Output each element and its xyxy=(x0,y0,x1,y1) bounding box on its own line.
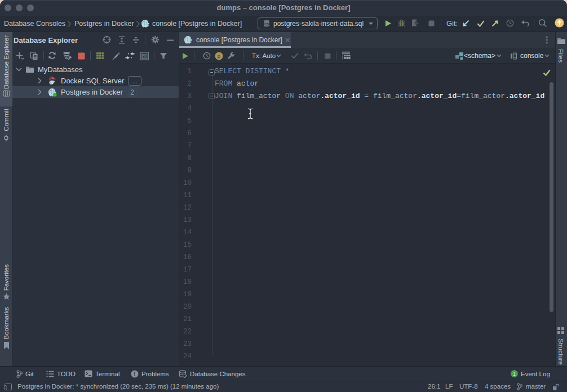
svg-text:p: p xyxy=(218,53,220,59)
svg-text:QL: QL xyxy=(143,55,148,58)
